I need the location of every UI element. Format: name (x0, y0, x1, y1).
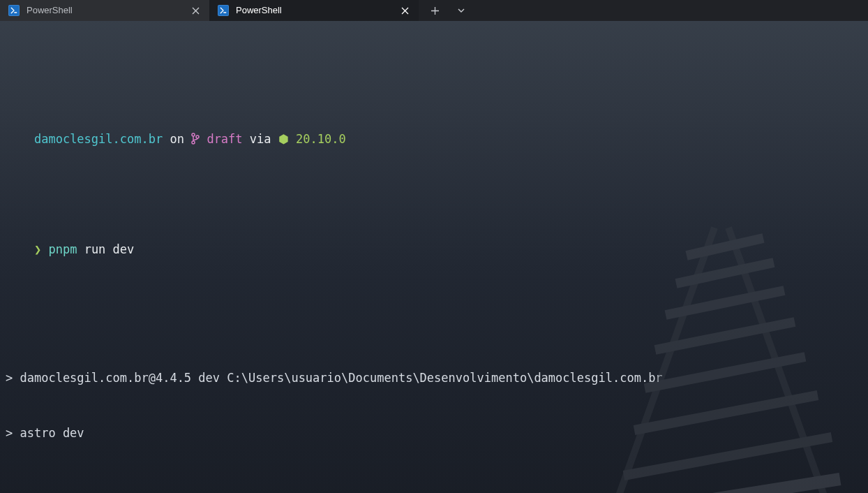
tab-powershell-2[interactable]: PowerShell (209, 0, 419, 21)
tab-bar-actions (419, 0, 477, 21)
tab-bar: PowerShell PowerShell (0, 0, 868, 21)
terminal-output[interactable]: damoclesgil.com.br on draft via ⬢ 20.10.… (0, 21, 868, 493)
tab-dropdown-button[interactable] (449, 0, 473, 21)
prompt-marker: ❯ (34, 242, 41, 256)
prompt-branch: draft (207, 132, 242, 146)
svg-point-10 (192, 133, 195, 136)
cmd-args: run dev (77, 242, 134, 256)
powershell-icon (8, 5, 20, 16)
tab-title: PowerShell (236, 3, 392, 17)
close-icon[interactable] (190, 5, 201, 16)
svg-point-11 (192, 141, 195, 144)
tab-title: PowerShell (27, 3, 183, 17)
output-line: > astro dev (6, 424, 862, 442)
node-icon: ⬢ (278, 132, 289, 146)
close-icon[interactable] (399, 5, 410, 16)
tab-powershell-1[interactable]: PowerShell (0, 0, 209, 21)
powershell-icon (218, 5, 229, 16)
prompt-cwd: damoclesgil.com.br (34, 132, 163, 146)
cmd-binary: pnpm (48, 242, 77, 256)
svg-point-12 (196, 135, 199, 138)
command-line: ❯ pnpm run dev (6, 221, 862, 277)
output-line: > damoclesgil.com.br@4.4.5 dev C:\Users\… (6, 369, 862, 387)
prompt-node-version: 20.10.0 (289, 132, 346, 146)
new-tab-button[interactable] (423, 0, 447, 21)
prompt-line: damoclesgil.com.br on draft via ⬢ 20.10.… (6, 111, 862, 166)
git-branch-icon (191, 132, 207, 146)
